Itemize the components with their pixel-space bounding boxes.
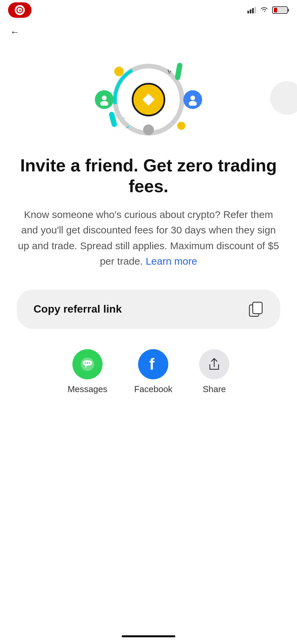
page-title: Invite a friend. Get zero trading fees. — [17, 155, 280, 197]
plus-decoration-bl: + — [122, 114, 126, 123]
facebook-label: Facebook — [134, 384, 172, 394]
status-bar — [0, 0, 297, 20]
battery-icon — [272, 6, 289, 14]
center-coin — [132, 83, 165, 116]
svg-text:f: f — [149, 356, 155, 373]
copy-referral-button[interactable]: Copy referral link — [17, 289, 280, 329]
yellow-coin-decoration-tl — [114, 67, 124, 76]
plus-decoration-tr: + — [168, 68, 172, 77]
plus-decoration-br: + — [171, 117, 175, 126]
floating-circle-decoration — [270, 81, 297, 115]
home-indicator — [122, 635, 175, 637]
gray-dot-decoration-bottom — [143, 124, 154, 135]
svg-point-2 — [102, 96, 107, 100]
orbit-container: + + + + — [98, 49, 199, 150]
svg-point-5 — [189, 101, 197, 106]
copy-icon — [248, 302, 263, 317]
yellow-coin-decoration-br — [177, 122, 185, 130]
share-icon-circle — [199, 349, 229, 379]
wifi-icon — [259, 6, 269, 14]
main-content: Invite a friend. Get zero trading fees. … — [0, 155, 297, 394]
messages-label: Messages — [68, 384, 108, 394]
share-options-container: Messages f Facebook Share — [17, 349, 280, 394]
svg-point-3 — [100, 101, 108, 106]
learn-more-link[interactable]: Learn more — [146, 256, 197, 267]
signal-bars-icon — [247, 7, 256, 13]
messages-icon-circle — [72, 349, 103, 379]
coin-diamond-icon — [142, 94, 155, 106]
plus-decoration-tl: + — [132, 65, 136, 74]
app-pill — [8, 2, 32, 18]
status-left — [8, 2, 32, 18]
svg-point-11 — [89, 362, 90, 364]
referral-illustration: + + + + — [0, 41, 297, 155]
green-avatar-node — [95, 90, 114, 109]
svg-point-9 — [85, 362, 86, 364]
messages-share-option[interactable]: Messages — [68, 349, 108, 394]
back-arrow-icon: ← — [10, 27, 19, 37]
svg-point-4 — [190, 96, 195, 100]
svg-rect-7 — [253, 302, 262, 314]
target-icon — [15, 5, 25, 15]
description-text: Know someone who's curious about crypto?… — [17, 207, 280, 269]
facebook-share-option[interactable]: f Facebook — [134, 349, 172, 394]
copy-referral-label: Copy referral link — [34, 303, 122, 315]
status-right — [247, 6, 289, 14]
blue-avatar-node — [183, 90, 202, 109]
facebook-icon-circle: f — [138, 349, 168, 379]
share-label: Share — [203, 384, 226, 394]
svg-point-10 — [87, 362, 88, 364]
back-button[interactable]: ← — [0, 20, 297, 41]
share-option[interactable]: Share — [199, 349, 229, 394]
